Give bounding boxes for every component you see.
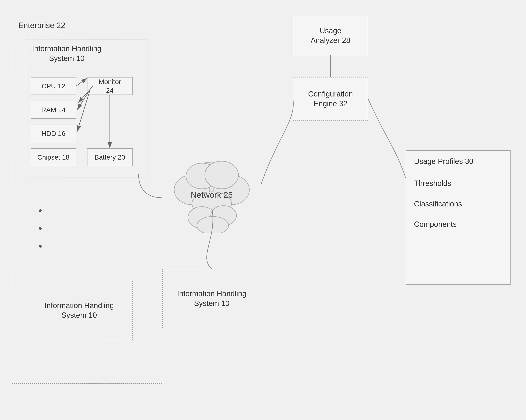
cpu-box: CPU 12 — [31, 77, 76, 95]
chipset-box: Chipset 18 — [31, 148, 76, 166]
ihs-center-bottom-box: Information HandlingSystem 10 — [162, 269, 261, 328]
battery-label: Battery 20 — [95, 153, 125, 162]
ihs-bottom-left-label: Information HandlingSystem 10 — [45, 301, 114, 320]
ram-label: RAM 14 — [41, 105, 66, 114]
usage-profiles-header: Usage Profiles 30 — [414, 156, 473, 166]
svg-point-8 — [197, 216, 229, 233]
usage-profiles-thresholds: Thresholds — [414, 178, 451, 189]
config-engine-box: ConfigurationEngine 32 — [293, 77, 368, 121]
battery-box: Battery 20 — [87, 148, 132, 166]
chipset-label: Chipset 18 — [37, 153, 70, 162]
config-engine-label: ConfigurationEngine 32 — [308, 89, 353, 109]
usage-profiles-components: Components — [414, 219, 456, 230]
monitor-box: Monitor24 — [87, 77, 132, 95]
network-cloud: Network 26 — [162, 142, 261, 233]
ihs-top-label: Information HandlingSystem 10 — [32, 44, 101, 63]
ellipsis-dots: ••• — [39, 202, 42, 255]
usage-profiles-classifications: Classifications — [414, 199, 462, 209]
ihs-center-bottom-label: Information HandlingSystem 10 — [177, 289, 247, 308]
usage-profiles-box: Usage Profiles 30 Thresholds Classificat… — [406, 150, 511, 285]
ram-box: RAM 14 — [31, 101, 76, 119]
usage-analyzer-box: UsageAnalyzer 28 — [293, 16, 368, 55]
svg-text:Network 26: Network 26 — [191, 190, 233, 200]
cpu-label: CPU 12 — [41, 82, 65, 90]
ihs-bottom-left-box: Information HandlingSystem 10 — [26, 281, 132, 340]
hdd-label: HDD 16 — [41, 129, 65, 138]
usage-analyzer-label: UsageAnalyzer 28 — [311, 26, 351, 46]
diagram-area: Enterprise 22 Information HandlingSystem… — [0, 0, 526, 420]
monitor-label: Monitor24 — [99, 77, 121, 95]
enterprise-label: Enterprise 22 — [18, 20, 65, 30]
hdd-box: HDD 16 — [31, 125, 76, 142]
svg-point-4 — [205, 161, 238, 189]
